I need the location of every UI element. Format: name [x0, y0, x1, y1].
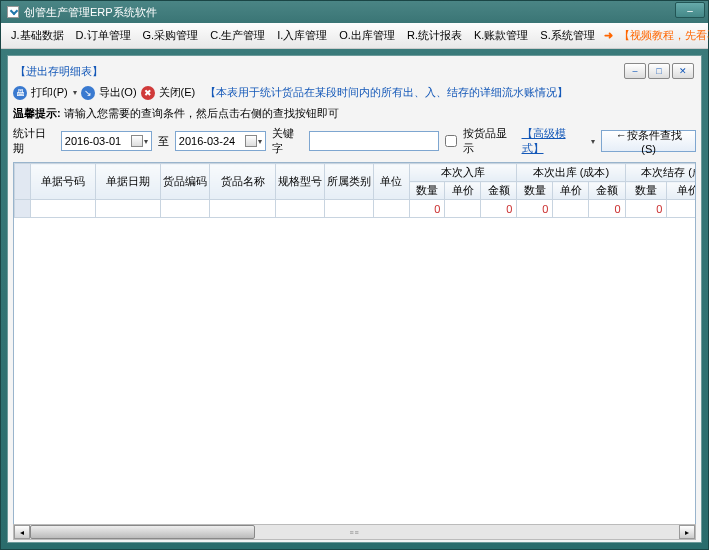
- main-menubar: J.基础数据 D.订单管理 G.采购管理 C.生产管理 I.入库管理 O.出库管…: [1, 23, 708, 49]
- export-button[interactable]: 导出(O): [99, 85, 137, 100]
- col-bal-qty[interactable]: 数量: [625, 182, 667, 200]
- col-in-price[interactable]: 单价: [445, 182, 481, 200]
- menu-g[interactable]: G.采购管理: [137, 28, 205, 43]
- col-in-amt[interactable]: 金额: [481, 182, 517, 200]
- date-from-field[interactable]: ▾: [61, 131, 152, 151]
- app-titlebar: 创管生产管理ERP系统软件 –: [1, 1, 708, 23]
- calendar-icon[interactable]: [131, 135, 143, 147]
- menu-k[interactable]: K.账款管理: [468, 28, 534, 43]
- date-sep: 至: [158, 134, 169, 149]
- col-itemcode[interactable]: 货品编码: [161, 164, 210, 200]
- col-category[interactable]: 所属类别: [324, 164, 373, 200]
- hint-row: 温馨提示: 请输入您需要的查询条件，然后点击右侧的查找按钮即可: [13, 104, 696, 123]
- panel-maximize-button[interactable]: □: [648, 63, 670, 79]
- date-to-field[interactable]: ▾: [175, 131, 266, 151]
- panel-title: 【进出存明细表】: [15, 64, 103, 79]
- by-goods-label: 按货品显示: [463, 126, 515, 156]
- menu-s[interactable]: S.系统管理: [534, 28, 600, 43]
- print-button[interactable]: 打印(P): [31, 85, 68, 100]
- col-out-price[interactable]: 单价: [553, 182, 589, 200]
- data-grid: 单据号码 单据日期 货品编码 货品名称 规格型号 所属类别 单位 本次入库 本次…: [13, 162, 696, 532]
- panel-close-button[interactable]: ✕: [672, 63, 694, 79]
- sum-bal-qty: 0: [625, 200, 667, 218]
- sum-out-qty: 0: [517, 200, 553, 218]
- menu-c[interactable]: C.生产管理: [204, 28, 271, 43]
- keyword-label: 关键字: [272, 126, 303, 156]
- col-spec[interactable]: 规格型号: [275, 164, 324, 200]
- group-bal[interactable]: 本次结存 (成本): [625, 164, 696, 182]
- scroll-grip-icon: ≡≡: [340, 525, 370, 539]
- col-out-qty[interactable]: 数量: [517, 182, 553, 200]
- date-to-input[interactable]: [179, 135, 245, 147]
- date-from-caret[interactable]: ▾: [144, 137, 148, 146]
- date-to-caret[interactable]: ▾: [258, 137, 262, 146]
- toolbar: 🖶 打印(P) ▾ ↘ 导出(O) ✖ 关闭(E) 【本表用于统计货品在某段时间…: [13, 83, 696, 104]
- arrow-icon: ➜: [604, 29, 613, 42]
- date-from-input[interactable]: [65, 135, 131, 147]
- video-tutorial-link[interactable]: 【视频教程，先看再用】: [613, 28, 709, 43]
- col-out-amt[interactable]: 金额: [589, 182, 625, 200]
- date-label: 统计日期: [13, 126, 55, 156]
- advanced-mode-link[interactable]: 【高级模式】: [522, 126, 585, 156]
- app-icon: [7, 6, 19, 18]
- horizontal-scrollbar[interactable]: ◂ ≡≡ ▸: [13, 524, 696, 540]
- export-icon: ↘: [81, 86, 95, 100]
- print-dropdown-caret[interactable]: ▾: [73, 88, 77, 97]
- scroll-left-button[interactable]: ◂: [14, 525, 30, 539]
- menu-i[interactable]: I.入库管理: [271, 28, 333, 43]
- col-unit[interactable]: 单位: [373, 164, 409, 200]
- row-selector[interactable]: [15, 200, 31, 218]
- menu-o[interactable]: O.出库管理: [333, 28, 401, 43]
- scroll-track[interactable]: ≡≡: [30, 525, 679, 539]
- toolbar-note: 【本表用于统计货品在某段时间内的所有出、入、结存的详细流水账情况】: [205, 85, 568, 100]
- menu-d[interactable]: D.订单管理: [70, 28, 137, 43]
- app-title: 创管生产管理ERP系统软件: [24, 5, 157, 20]
- close-icon: ✖: [141, 86, 155, 100]
- by-goods-checkbox[interactable]: [445, 135, 457, 147]
- col-in-qty[interactable]: 数量: [409, 182, 445, 200]
- calendar-icon[interactable]: [245, 135, 257, 147]
- col-docno[interactable]: 单据号码: [31, 164, 96, 200]
- summary-row: 0 0 0 0 0: [15, 200, 697, 218]
- keyword-input[interactable]: [309, 131, 439, 151]
- hint-text: 请输入您需要的查询条件，然后点击右侧的查找按钮即可: [64, 107, 339, 119]
- scroll-thumb[interactable]: [30, 525, 255, 539]
- sum-in-amt: 0: [481, 200, 517, 218]
- panel-minimize-button[interactable]: –: [624, 63, 646, 79]
- group-in[interactable]: 本次入库: [409, 164, 517, 182]
- main-minimize-button[interactable]: –: [675, 2, 705, 18]
- adv-caret[interactable]: ▾: [591, 137, 595, 146]
- sum-in-qty: 0: [409, 200, 445, 218]
- menu-r[interactable]: R.统计报表: [401, 28, 468, 43]
- group-out[interactable]: 本次出库 (成本): [517, 164, 625, 182]
- sum-out-amt: 0: [589, 200, 625, 218]
- col-itemname[interactable]: 货品名称: [210, 164, 275, 200]
- filter-bar: 统计日期 ▾ 至 ▾ 关键字 按货品显示: [13, 123, 696, 162]
- print-icon: 🖶: [13, 86, 27, 100]
- col-docdate[interactable]: 单据日期: [96, 164, 161, 200]
- scroll-right-button[interactable]: ▸: [679, 525, 695, 539]
- report-panel: 【进出存明细表】 – □ ✕ 🖶 打印(P) ▾ ↘ 导出(O) ✖ 关闭(E)…: [7, 55, 702, 543]
- search-button[interactable]: ←按条件查找(S): [601, 130, 696, 152]
- search-button-label: ←按条件查找(S): [610, 128, 687, 155]
- hint-label: 温馨提示:: [13, 107, 61, 119]
- col-bal-price[interactable]: 单价: [667, 182, 696, 200]
- row-selector-header: [15, 164, 31, 200]
- menu-j[interactable]: J.基础数据: [5, 28, 70, 43]
- close-button[interactable]: 关闭(E): [159, 85, 196, 100]
